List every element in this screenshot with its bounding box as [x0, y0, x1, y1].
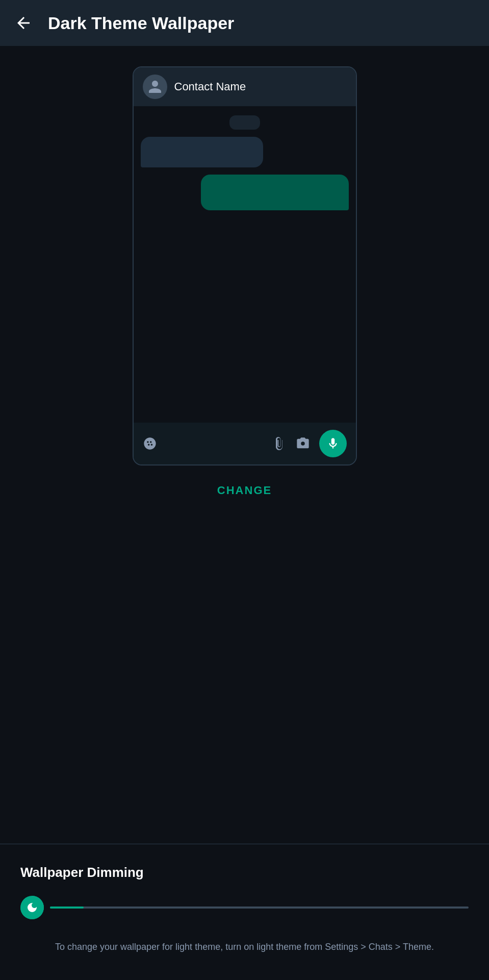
message-bubble-sent	[201, 175, 349, 210]
change-section: CHANGE	[217, 465, 272, 516]
contact-name: Contact Name	[174, 80, 246, 93]
mic-button[interactable]	[319, 430, 347, 457]
phone-preview: Contact Name	[133, 66, 357, 465]
emoji-icon[interactable]	[143, 436, 157, 451]
page-title: Dark Theme Wallpaper	[48, 13, 234, 33]
chat-input-bar	[134, 423, 356, 464]
main-content: Contact Name	[0, 46, 489, 844]
received-message	[141, 137, 349, 167]
dimming-slider[interactable]	[50, 906, 469, 909]
camera-icon[interactable]	[296, 436, 310, 451]
attachment-icon[interactable]	[272, 436, 287, 451]
back-button[interactable]	[14, 14, 33, 32]
dimming-title: Wallpaper Dimming	[20, 865, 469, 880]
time-bubble	[229, 115, 260, 130]
timestamp	[141, 115, 349, 130]
chat-body	[134, 106, 356, 423]
dimming-section: Wallpaper Dimming To change your wallpap…	[0, 844, 489, 980]
chat-header: Contact Name	[134, 67, 356, 106]
dimming-slider-container	[20, 896, 469, 919]
avatar	[143, 75, 167, 99]
header: Dark Theme Wallpaper	[0, 0, 489, 46]
sent-message	[141, 175, 349, 210]
change-button[interactable]: CHANGE	[217, 484, 272, 497]
dimming-icon	[20, 896, 44, 919]
dimming-info-text: To change your wallpaper for light theme…	[20, 940, 469, 954]
message-bubble-received	[141, 137, 263, 167]
